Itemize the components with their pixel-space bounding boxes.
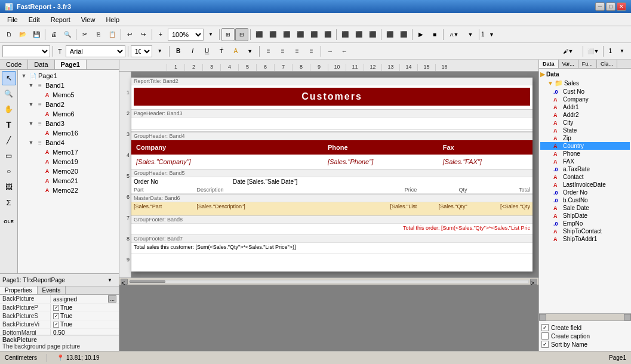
- save-button[interactable]: 💾: [30, 28, 43, 41]
- menu-file[interactable]: File: [2, 15, 23, 24]
- redo-button[interactable]: ↪: [137, 28, 150, 41]
- minimize-button[interactable]: ─: [595, 2, 605, 11]
- prop-check-backpictures[interactable]: [53, 313, 59, 319]
- fontsize-combo[interactable]: 10 8 12 14: [131, 45, 152, 57]
- tree-item-memo6[interactable]: ▼ A Memo6: [19, 109, 118, 119]
- tree-item-memo22[interactable]: ▼ A Memo22: [19, 186, 118, 195]
- undo-button[interactable]: ↩: [123, 28, 136, 41]
- align-center-button[interactable]: ≡: [276, 45, 290, 58]
- data-tab-var[interactable]: Var...: [559, 60, 578, 68]
- open-button[interactable]: 📂: [16, 28, 29, 41]
- data-tab-fu[interactable]: Fu...: [578, 60, 597, 68]
- tree-item-memo16[interactable]: ▼ A Memo16: [19, 128, 118, 138]
- option-create-field[interactable]: Create field: [541, 323, 629, 332]
- prop-check-backpicturevi[interactable]: [53, 322, 59, 328]
- field-bcustno[interactable]: .0 b.CustNo: [540, 196, 630, 204]
- align-justify-button[interactable]: ≡: [305, 45, 318, 58]
- band-group-header2-body[interactable]: Order No Date [Sales."Sale Date"] Part D…: [131, 177, 532, 194]
- align-bottom-button[interactable]: ⬛: [294, 28, 307, 41]
- field-addr2[interactable]: A Addr2: [540, 111, 630, 119]
- scrollbar-track[interactable]: [129, 280, 529, 283]
- maximize-button[interactable]: □: [606, 2, 615, 11]
- tree-item-band1[interactable]: ▼ ≡ Band1: [19, 81, 118, 90]
- text-tool[interactable]: T: [2, 118, 16, 132]
- order-front-button[interactable]: ⬛: [383, 28, 396, 41]
- option-create-caption[interactable]: Create caption: [541, 332, 629, 340]
- border-button[interactable]: ⬜▼: [586, 45, 601, 58]
- size-h-button[interactable]: ⬛: [352, 28, 365, 41]
- band-group-footer1-body[interactable]: Total this order: [Sum(<Sales."Qty">*<Sa…: [131, 224, 532, 235]
- band-master-data-body[interactable]: [Sales."Part [Sales."Description"] [Sale…: [131, 202, 532, 215]
- italic-button[interactable]: I: [186, 45, 199, 58]
- ellipse-tool[interactable]: ○: [2, 164, 16, 178]
- copy-button[interactable]: ⎘: [92, 28, 105, 41]
- field-zip[interactable]: A Zip: [540, 134, 630, 142]
- option-sort-by-name[interactable]: Sort by Name: [541, 340, 629, 348]
- style-combo[interactable]: [2, 45, 50, 57]
- zoom-in-button[interactable]: +: [154, 28, 167, 41]
- data-tree-sales-group[interactable]: ▼ 📁 Sales: [540, 79, 630, 88]
- field-saledate[interactable]: A Sale Date: [540, 204, 630, 212]
- fill-button[interactable]: ▼: [464, 28, 477, 41]
- size-w-button[interactable]: ⬛: [338, 28, 352, 41]
- field-orderno[interactable]: .0 Order No: [540, 189, 630, 196]
- tree-item-memo20[interactable]: ▼ A Memo20: [19, 166, 118, 176]
- tree-item-memo19[interactable]: ▼ A Memo19: [19, 157, 118, 166]
- field-empno[interactable]: .0 EmpNo: [540, 220, 630, 227]
- tree-item-band4[interactable]: ▼ ≡ Band4: [19, 138, 118, 147]
- expand-band2[interactable]: ▼: [27, 101, 35, 107]
- report-canvas-area[interactable]: 1 2 3 4 5 6 7 8 9 10 11 12 13 14 15 16: [119, 60, 538, 351]
- tree-item-page1[interactable]: ▼ 📄 Page1: [19, 71, 118, 81]
- size-both-button[interactable]: ⬛: [366, 28, 379, 41]
- new-button[interactable]: 🗋: [2, 28, 16, 41]
- sum-tool[interactable]: Σ: [2, 195, 16, 209]
- color-button[interactable]: A▼: [445, 28, 463, 41]
- paste-button[interactable]: 📋: [106, 28, 119, 41]
- expand-page1[interactable]: ▼: [20, 73, 27, 79]
- tree-item-memo21[interactable]: ▼ A Memo21: [19, 176, 118, 186]
- scrollbar-left[interactable]: <: [121, 279, 128, 285]
- field-country[interactable]: A Country: [540, 142, 630, 150]
- center-h-button[interactable]: ⬛: [307, 28, 321, 41]
- align-right2-button[interactable]: ⬛: [266, 28, 279, 41]
- highlight-button[interactable]: A: [229, 45, 242, 58]
- zoom-out-button[interactable]: ▼: [204, 28, 217, 41]
- data-scrollbar-up[interactable]: [539, 314, 546, 320]
- stop-button[interactable]: ■: [428, 28, 441, 41]
- tab-properties[interactable]: Properties: [0, 286, 38, 294]
- order-back-button[interactable]: ⬛: [397, 28, 410, 41]
- data-scrollbar-down[interactable]: [624, 314, 631, 320]
- data-tree-root[interactable]: ▶ Data: [540, 70, 630, 79]
- menu-view[interactable]: View: [76, 15, 100, 24]
- prop-check-backpicturep[interactable]: [53, 305, 59, 311]
- tree-item-memo5[interactable]: ▼ A Memo5: [19, 90, 118, 100]
- run-button[interactable]: ▶: [414, 28, 427, 41]
- font-combo[interactable]: Arial: [66, 45, 125, 57]
- expand-band3[interactable]: ▼: [27, 121, 35, 127]
- hand-tool[interactable]: ✋: [2, 102, 16, 116]
- field-lastinvoice[interactable]: A LastInvoiceDate: [540, 181, 630, 189]
- center-v-button[interactable]: ⬛: [321, 28, 334, 41]
- tree-item-band2[interactable]: ▼ ≡ Band2: [19, 100, 118, 109]
- zoom-selector[interactable]: 100% 75% 150%: [168, 29, 204, 41]
- indent-button[interactable]: →: [324, 45, 337, 58]
- highlight2-button[interactable]: 🖌▼: [556, 45, 580, 58]
- underline-button[interactable]: U: [201, 45, 214, 58]
- menu-edit[interactable]: Edit: [24, 15, 45, 24]
- field-shiptocontact[interactable]: A ShipToContact: [540, 227, 630, 235]
- checkbox-create-caption[interactable]: [541, 332, 549, 340]
- tree-item-band3[interactable]: ▼ ≡ Band3: [19, 119, 118, 128]
- page-canvas[interactable]: ReportTitle: Band2 Customers PageHeader:…: [131, 78, 532, 272]
- picture-tool[interactable]: 🖼: [2, 180, 16, 194]
- scrollbar-right[interactable]: >: [530, 279, 537, 285]
- select-tool[interactable]: ↖: [2, 71, 16, 85]
- outdent-button[interactable]: ←: [338, 45, 351, 58]
- prop-value-backpicture[interactable]: assigned ...: [51, 295, 119, 303]
- field-addr1[interactable]: A Addr1: [540, 103, 630, 111]
- zoom-tool[interactable]: 🔍: [2, 87, 16, 101]
- snap-button[interactable]: ⊟: [235, 28, 248, 41]
- checkbox-create-field[interactable]: [541, 324, 549, 331]
- close-button[interactable]: ✕: [617, 2, 626, 11]
- tree-item-memo17[interactable]: ▼ A Memo17: [19, 147, 118, 157]
- expand-band4[interactable]: ▼: [27, 140, 35, 146]
